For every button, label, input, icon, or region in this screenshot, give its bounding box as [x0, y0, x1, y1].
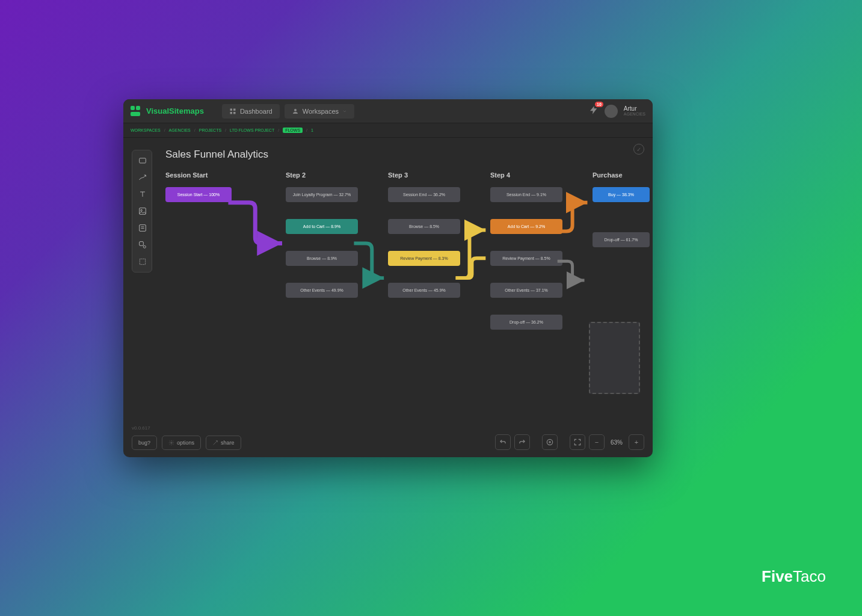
node-other-3[interactable]: Other Events — 45.9%: [388, 283, 460, 298]
svg-rect-8: [140, 225, 146, 232]
logo[interactable]: VisualSitemaps: [131, 106, 204, 117]
svg-point-13: [547, 439, 552, 445]
node-session-end-4[interactable]: Session End — 9.1%: [490, 187, 562, 202]
node-add-cart-4[interactable]: Add to Cart — 9.2%: [490, 219, 562, 234]
col-purchase: Purchase Buy — 38.3% Drop-off — 61.7%: [593, 171, 650, 264]
tool-group[interactable]: [135, 237, 150, 253]
node-other-4[interactable]: Other Events — 37.1%: [490, 283, 562, 298]
status-check-icon[interactable]: ✓: [633, 144, 644, 155]
tool-arrow[interactable]: [135, 170, 150, 185]
col-step2: Step 2 Join Loyalty Program — 32.7% Add …: [286, 171, 358, 315]
nav-dashboard-label: Dashboard: [240, 108, 272, 115]
node-review-payment-4[interactable]: Review Payment — 8.5%: [490, 251, 562, 266]
node-add-cart-2[interactable]: Add to Cart — 8.9%: [286, 219, 358, 234]
canvas[interactable]: ✓ Sales Funnel Analytics Session Start S…: [123, 138, 653, 420]
tool-image[interactable]: [135, 203, 150, 219]
logo-text: VisualSitemaps: [146, 106, 204, 116]
user-name: Artur: [624, 105, 645, 112]
node-browse-2[interactable]: Browse — 8.9%: [286, 251, 358, 266]
undo-icon: [499, 438, 507, 446]
col-header-2: Step 2: [286, 171, 358, 179]
svg-point-10: [143, 245, 146, 248]
options-button[interactable]: options: [162, 436, 201, 450]
col-header-4: Step 4: [490, 171, 562, 179]
notifications-button[interactable]: 10: [589, 105, 599, 117]
col-header-3: Step 3: [388, 171, 460, 179]
nav-workspaces-label: Workspaces: [303, 108, 339, 115]
node-loyalty[interactable]: Join Loyalty Program — 32.7%: [286, 187, 358, 202]
text-icon: [138, 189, 147, 199]
rectangle-icon: [138, 156, 147, 165]
watermark-a: Five: [762, 567, 793, 585]
col-session-start: Session Start Session Start — 100%: [165, 171, 232, 219]
footer: v0.0.617 bug? options share − 63% +: [123, 421, 653, 457]
version-label: v0.0.617: [132, 425, 150, 431]
tool-select[interactable]: [135, 254, 150, 270]
node-dropoff-5[interactable]: Drop-off — 61.7%: [593, 232, 650, 247]
redo-icon: [518, 438, 526, 446]
gear-icon: [168, 440, 174, 446]
svg-rect-11: [140, 259, 145, 264]
zoom-level: 63%: [608, 439, 625, 446]
node-review-payment-3[interactable]: Review Payment — 8.3%: [388, 251, 460, 266]
nav-workspaces[interactable]: Workspaces: [285, 104, 354, 119]
toolbar: [132, 150, 152, 273]
col-header-5: Purchase: [593, 171, 650, 179]
crumb-project-name[interactable]: LTD FLOWS PROJECT: [230, 128, 274, 132]
fullscreen-icon: [573, 438, 582, 446]
drop-placeholder[interactable]: [589, 322, 640, 394]
logo-icon: [131, 106, 141, 117]
watermark-b: Taco: [793, 567, 826, 585]
fullscreen-button[interactable]: [570, 434, 585, 450]
arrow-icon: [138, 173, 147, 182]
svg-rect-5: [140, 158, 146, 163]
svg-point-14: [549, 442, 550, 443]
svg-rect-0: [230, 108, 232, 111]
avatar[interactable]: [605, 105, 618, 118]
target-icon: [546, 438, 554, 446]
svg-rect-1: [233, 108, 236, 111]
svg-point-12: [171, 442, 173, 444]
fit-button[interactable]: [542, 434, 558, 450]
crumb-sep: /: [164, 128, 165, 132]
topbar: VisualSitemaps Dashboard Workspaces 10 A…: [123, 99, 653, 123]
share-icon: [212, 440, 218, 446]
breadcrumb: WORKSPACES / AGENCIES / PROJECTS / LTD F…: [123, 123, 653, 138]
watermark: FiveTaco: [762, 567, 826, 586]
col-header-1: Session Start: [165, 171, 232, 179]
group-icon: [138, 240, 147, 250]
svg-rect-9: [140, 242, 144, 246]
crumb-id[interactable]: 1: [311, 128, 313, 132]
chevron-down-icon: [342, 109, 347, 114]
undo-button[interactable]: [495, 434, 511, 450]
nav-dashboard[interactable]: Dashboard: [222, 104, 280, 119]
workspaces-icon: [292, 108, 299, 115]
node-session-start[interactable]: Session Start — 100%: [165, 187, 232, 202]
share-button[interactable]: share: [206, 436, 241, 450]
select-icon: [138, 257, 147, 266]
canvas-title: Sales Funnel Analytics: [165, 149, 268, 161]
node-other-2[interactable]: Other Events — 49.9%: [286, 283, 358, 298]
node-session-end-3[interactable]: Session End — 36.2%: [388, 187, 460, 202]
notif-badge: 10: [595, 102, 603, 107]
user-role: AGENCIES: [624, 112, 645, 117]
node-buy[interactable]: Buy — 38.3%: [593, 187, 650, 202]
user-info[interactable]: Artur AGENCIES: [624, 105, 645, 117]
zoom-in-button[interactable]: +: [629, 434, 644, 450]
tool-text[interactable]: [135, 186, 150, 202]
zoom-out-button[interactable]: −: [589, 434, 605, 450]
redo-button[interactable]: [514, 434, 530, 450]
crumb-projects[interactable]: PROJECTS: [199, 128, 221, 132]
crumb-flows[interactable]: FLOWS: [283, 128, 303, 133]
node-browse-3[interactable]: Browse — 8.5%: [388, 219, 460, 234]
tool-form[interactable]: [135, 220, 150, 236]
bug-button[interactable]: bug?: [132, 436, 157, 450]
col-step3: Step 3 Session End — 36.2% Browse — 8.5%…: [388, 171, 460, 315]
funnel-columns: Session Start Session Start — 100% Step …: [165, 171, 644, 414]
node-dropoff-4[interactable]: Drop-off — 36.2%: [490, 315, 562, 330]
dashboard-icon: [229, 108, 236, 115]
crumb-workspaces[interactable]: WORKSPACES: [131, 128, 161, 132]
tool-rectangle[interactable]: [135, 153, 150, 168]
svg-point-4: [294, 109, 297, 111]
crumb-agencies[interactable]: AGENCIES: [169, 128, 191, 132]
